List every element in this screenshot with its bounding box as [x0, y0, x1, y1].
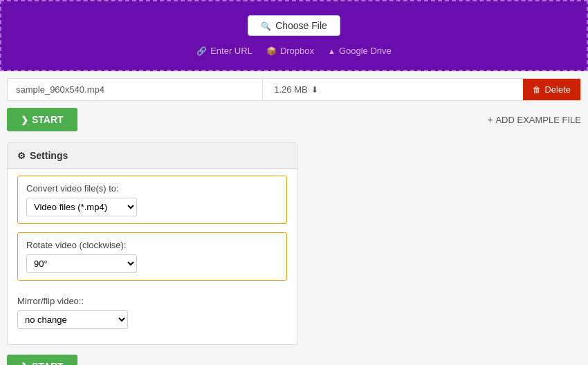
- top-action-bar: START ADD EXAMPLE FILE: [7, 108, 581, 131]
- mirror-select[interactable]: no change flip horizontal flip vertical: [17, 310, 128, 329]
- plus-icon: [487, 114, 493, 125]
- trash-icon: [533, 84, 541, 95]
- link-icon: [196, 46, 207, 56]
- file-name: sample_960x540.mp4: [8, 79, 263, 100]
- file-info-bar: sample_960x540.mp4 1.26 MB Delete: [7, 78, 581, 101]
- main-content: sample_960x540.mp4 1.26 MB Delete START …: [0, 78, 588, 365]
- choose-file-label: Choose File: [275, 20, 327, 31]
- settings-body: Convert video file(s) to: Video files (*…: [8, 169, 297, 344]
- add-example-button[interactable]: ADD EXAMPLE FILE: [487, 114, 581, 125]
- dropbox-label: Dropbox: [280, 46, 314, 56]
- file-size: 1.26 MB: [263, 79, 523, 100]
- google-drive-icon: [328, 46, 336, 56]
- enter-url-label: Enter URL: [210, 46, 252, 56]
- start-button-bottom[interactable]: START: [7, 355, 77, 365]
- gear-icon: [17, 150, 26, 161]
- settings-panel: Settings Convert video file(s) to: Video…: [7, 142, 297, 345]
- search-icon: [261, 20, 271, 31]
- rotate-select[interactable]: 0° 90° 180° 270°: [26, 254, 137, 273]
- add-example-label: ADD EXAMPLE FILE: [495, 115, 581, 125]
- chevron-icon: [21, 114, 28, 125]
- bottom-action-bar: START: [7, 355, 581, 365]
- start-label: START: [32, 114, 64, 125]
- convert-select[interactable]: Video files (*.mp4) Video files (*.avi) …: [26, 198, 137, 216]
- convert-label: Convert video file(s) to:: [26, 183, 278, 194]
- download-icon: [311, 84, 318, 95]
- choose-file-button[interactable]: Choose File: [248, 15, 340, 36]
- settings-title: Settings: [30, 150, 68, 161]
- dropbox-button[interactable]: Dropbox: [266, 46, 314, 56]
- delete-button[interactable]: Delete: [523, 79, 580, 100]
- dropbox-icon: [266, 46, 277, 56]
- convert-setting-group: Convert video file(s) to: Video files (*…: [17, 176, 287, 224]
- upload-area: Choose File Enter URL Dropbox Google Dri…: [0, 0, 588, 71]
- chevron-icon-bottom: [21, 361, 28, 365]
- enter-url-button[interactable]: Enter URL: [196, 46, 252, 56]
- google-drive-label: Google Drive: [339, 46, 392, 56]
- mirror-label: Mirror/flip video::: [17, 296, 287, 306]
- rotate-label: Rotate video (clockwise):: [26, 240, 278, 250]
- rotate-setting-group: Rotate video (clockwise): 0° 90° 180° 27…: [17, 232, 287, 281]
- settings-header: Settings: [8, 143, 297, 169]
- mirror-setting-group: Mirror/flip video:: no change flip horiz…: [17, 289, 287, 332]
- upload-options: Enter URL Dropbox Google Drive: [196, 46, 392, 56]
- delete-label: Delete: [544, 84, 571, 95]
- start-button-top[interactable]: START: [7, 108, 77, 131]
- start-label-bottom: START: [32, 361, 64, 365]
- google-drive-button[interactable]: Google Drive: [328, 46, 392, 56]
